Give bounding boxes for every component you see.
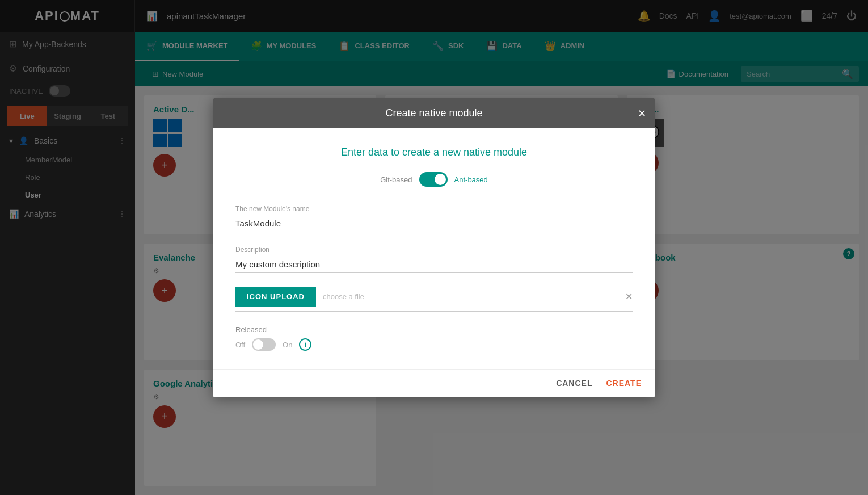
create-button[interactable]: CREATE — [606, 379, 642, 388]
cancel-button[interactable]: CANCEL — [556, 379, 592, 388]
released-section: Released Off On i — [235, 325, 633, 351]
ant-based-label: Ant-based — [454, 175, 488, 184]
released-info-icon[interactable]: i — [299, 338, 311, 351]
modal-header: Create native module ✕ — [213, 98, 655, 128]
ant-toggle-knob — [435, 174, 446, 185]
modal-title: Create native module — [385, 107, 482, 119]
modal-subtitle: Enter data to create a new native module — [235, 146, 633, 158]
description-input[interactable] — [235, 256, 633, 273]
icon-upload-button[interactable]: ICON UPLOAD — [235, 287, 316, 307]
modal-body: Enter data to create a new native module… — [213, 128, 655, 369]
module-name-group: The new Module's name — [235, 205, 633, 232]
module-name-input[interactable] — [235, 215, 633, 232]
upload-clear-button[interactable]: ✕ — [625, 291, 633, 302]
released-toggle[interactable] — [252, 338, 276, 351]
file-label: choose a file — [323, 292, 618, 301]
on-label: On — [283, 341, 292, 349]
released-title: Released — [235, 325, 633, 334]
modal-close-button[interactable]: ✕ — [638, 107, 646, 120]
description-label: Description — [235, 246, 633, 254]
description-group: Description — [235, 246, 633, 273]
git-based-label: Git-based — [380, 175, 412, 184]
off-label: Off — [235, 341, 245, 349]
modal-overlay: Create native module ✕ Enter data to cre… — [0, 0, 868, 495]
ant-based-toggle[interactable] — [419, 172, 448, 187]
toggle-row: Git-based Ant-based — [235, 172, 633, 187]
module-name-label: The new Module's name — [235, 205, 633, 213]
create-native-module-modal: Create native module ✕ Enter data to cre… — [213, 98, 655, 397]
released-toggle-knob — [253, 339, 263, 350]
modal-footer: CANCEL CREATE — [213, 369, 655, 397]
released-row: Off On i — [235, 338, 633, 351]
upload-row: ICON UPLOAD choose a file ✕ — [235, 287, 633, 312]
